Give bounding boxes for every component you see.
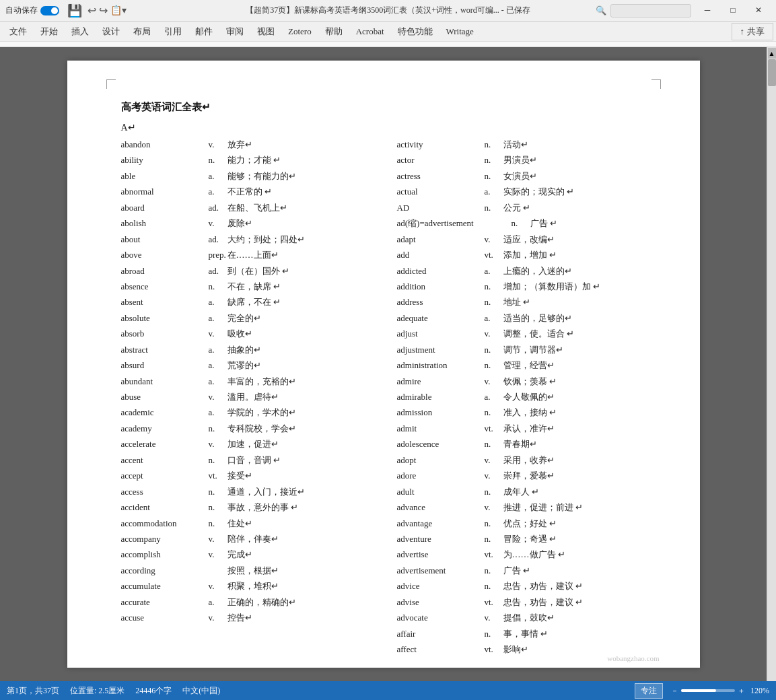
word-en: access: [121, 485, 209, 499]
autosave-toggle[interactable]: [40, 6, 59, 15]
word-cn: 抽象的↵: [227, 343, 370, 357]
list-item: activity n. 活动↵: [397, 137, 646, 151]
word-cn: 事，事情 ↵: [503, 627, 646, 641]
title-bar-right: 🔍 ─ □ ✕: [579, 0, 771, 22]
menu-acrobat[interactable]: Acrobat: [349, 24, 391, 40]
word-cn: 能力；才能 ↵: [227, 153, 370, 167]
menu-mail[interactable]: 邮件: [188, 23, 219, 40]
list-item: adequate a. 适当的，足够的↵: [397, 311, 646, 325]
word-pos: n.: [485, 153, 503, 167]
word-en: adventure: [397, 532, 485, 546]
word-pos: ad.: [209, 232, 227, 246]
menu-view[interactable]: 视图: [250, 23, 281, 40]
word-cn: 学院的，学术的↵: [227, 405, 370, 419]
menu-help[interactable]: 帮助: [318, 23, 349, 40]
word-pos: v.: [209, 532, 227, 546]
scrollbar-thumb[interactable]: [768, 59, 776, 86]
word-cn: 钦佩；羡慕 ↵: [503, 374, 646, 388]
word-pos: n.: [485, 437, 503, 451]
autosave-label: 自动保存: [5, 5, 59, 16]
word-en: addition: [397, 279, 485, 293]
vertical-scrollbar[interactable]: ▲: [767, 47, 776, 681]
word-cn: 正确的，精确的↵: [227, 595, 370, 609]
word-cn: 上瘾的，入迷的↵: [503, 264, 646, 278]
customize-icon[interactable]: 📋▾: [110, 5, 127, 16]
zoom-slider[interactable]: [681, 689, 735, 692]
word-cn: 适当的，足够的↵: [503, 311, 646, 325]
search-icon[interactable]: 🔍: [596, 5, 606, 16]
word-cn: 控告↵: [227, 610, 370, 625]
close-button[interactable]: ✕: [746, 0, 771, 22]
word-pos: vt.: [485, 547, 503, 561]
list-item: advertise vt. 为……做广告 ↵: [397, 547, 646, 561]
list-item: abundant a. 丰富的，充裕的↵: [121, 374, 370, 388]
word-en: actual: [397, 184, 485, 199]
word-cn: 事故，意外的事 ↵: [227, 500, 370, 514]
menu-special[interactable]: 特色功能: [391, 23, 439, 40]
word-en: advise: [397, 595, 485, 609]
menu-file[interactable]: 文件: [3, 23, 34, 40]
word-en: advance: [397, 500, 485, 514]
word-pos: n.: [209, 485, 227, 499]
list-item: above prep. 在……上面↵: [121, 248, 370, 262]
word-en: actress: [397, 169, 485, 183]
word-cn: 缺席，不在 ↵: [227, 295, 370, 309]
menu-design[interactable]: 设计: [96, 23, 127, 40]
word-cn: 放弃↵: [227, 137, 370, 151]
word-pos: v.: [209, 390, 227, 404]
list-item: academy n. 专科院校，学会↵: [121, 421, 370, 435]
save-icon[interactable]: 💾: [67, 3, 82, 18]
word-en: ad(缩)=advertisement: [397, 216, 512, 230]
right-column: activity n. 活动↵ actor n. 男演员↵ actress n.…: [397, 137, 646, 658]
word-en: abolish: [121, 216, 209, 230]
word-pos: [209, 563, 227, 578]
word-pos: n.: [485, 532, 503, 546]
menu-references[interactable]: 引用: [157, 23, 188, 40]
list-item: AD n. 公元 ↵: [397, 201, 646, 215]
word-en: abandon: [121, 137, 209, 151]
list-item: actual a. 实际的；现实的 ↵: [397, 184, 646, 199]
list-item: accelerate v. 加速，促进↵: [121, 437, 370, 451]
undo-icon[interactable]: ↩: [87, 4, 96, 17]
list-item: addition n. 增加；（算数用语）加 ↵: [397, 279, 646, 293]
word-cn: 滥用。虐待↵: [227, 390, 370, 404]
menu-writage[interactable]: Writage: [439, 24, 481, 40]
word-cn: 不在，缺席 ↵: [227, 279, 370, 293]
list-item: absolute a. 完全的↵: [121, 311, 370, 325]
word-pos: a.: [485, 311, 503, 325]
zoom-out-icon[interactable]: －: [671, 686, 678, 696]
list-item: advance v. 推进，促进；前进 ↵: [397, 500, 646, 514]
title-text: 【超简37页】新课标高考英语考纲3500词汇表（英汉+词性，word可编... …: [246, 5, 530, 15]
list-item: admission n. 准入，接纳 ↵: [397, 405, 646, 419]
word-pos: vt.: [485, 421, 503, 435]
status-bar: 第1页，共37页 位置量: 2.5厘米 24446个字 中文(中国) 专注 － …: [0, 681, 776, 700]
list-item: ad(缩)=advertisement n. 广告 ↵: [397, 216, 646, 230]
share-button[interactable]: ↑共享: [732, 23, 774, 40]
word-cn: 通道，入门，接近↵: [227, 485, 370, 499]
word-en: admit: [397, 421, 485, 435]
char-count: 24446个字: [135, 685, 172, 697]
redo-icon[interactable]: ↪: [99, 4, 108, 17]
word-pos: v.: [209, 610, 227, 625]
word-en: adopt: [397, 453, 485, 467]
specialist-button[interactable]: 专注: [635, 683, 663, 699]
menu-zotero[interactable]: Zotero: [281, 24, 318, 40]
word-pos: a.: [485, 390, 503, 404]
list-item: academic a. 学院的，学术的↵: [121, 405, 370, 419]
word-cn: 完成↵: [227, 547, 370, 561]
menu-review[interactable]: 审阅: [219, 23, 250, 40]
list-item: adolescence n. 青春期↵: [397, 437, 646, 451]
list-item: absurd a. 荒谬的↵: [121, 358, 370, 372]
menu-layout[interactable]: 布局: [127, 23, 157, 40]
watermark-text: wobangzhao.com: [607, 654, 659, 662]
list-item: abstract a. 抽象的↵: [121, 343, 370, 357]
menu-start[interactable]: 开始: [34, 23, 65, 40]
word-en: advocate: [397, 610, 485, 625]
zoom-in-icon[interactable]: ＋: [738, 686, 745, 696]
minimize-button[interactable]: ─: [695, 0, 719, 22]
word-en: according: [121, 563, 209, 578]
menu-insert[interactable]: 插入: [65, 23, 96, 40]
document-container: 高考英语词汇全表↵ A↵ abandon v. 放弃↵ ability n. 能…: [0, 47, 767, 681]
restore-button[interactable]: □: [721, 0, 745, 22]
word-pos: v.: [485, 232, 503, 246]
